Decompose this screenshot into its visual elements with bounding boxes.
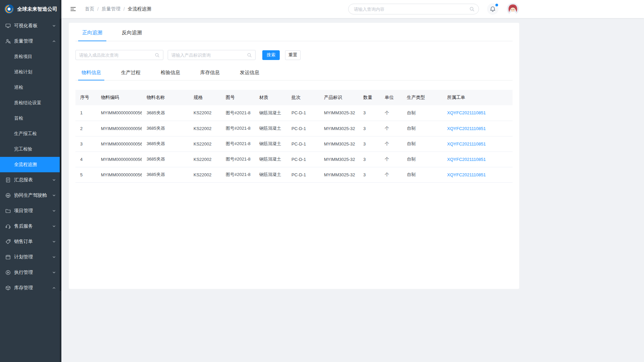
sidebar-item-inventory[interactable]: 库存管理 <box>0 280 60 296</box>
breadcrumb-item[interactable]: 首页 <box>85 6 94 12</box>
table-cell: 自制 <box>402 167 442 182</box>
sidebar-collapse-button[interactable] <box>69 5 77 13</box>
sidebar-item-projects[interactable]: 项目管理 <box>0 203 60 219</box>
table-cell: MYIMM000000000561 <box>96 167 142 182</box>
work-order-link[interactable]: XQYFC2021110851 <box>442 121 513 136</box>
batch-search-input[interactable] <box>79 53 155 58</box>
chevron-down-icon <box>52 255 56 259</box>
sidebar-subitem[interactable]: 巡检 <box>0 80 60 95</box>
work-order-link[interactable]: XQYFC2021110851 <box>442 105 513 121</box>
chevron-down-icon <box>52 24 56 27</box>
table-cell: 3 <box>75 136 96 152</box>
sidebar-item-label: 计划管理 <box>14 254 49 260</box>
table-cell: KS22002 <box>189 167 221 182</box>
table-cell: MYIMM000000000561 <box>96 152 142 167</box>
table-cell: KS22002 <box>189 121 221 136</box>
table-column-header: 生产类型 <box>402 90 442 105</box>
product-id-search-input[interactable] <box>171 53 247 58</box>
table-row: 5MYIMM0000000005613685夹器KS22002图号#2021-8… <box>75 167 513 182</box>
breadcrumb-separator: / <box>123 6 125 12</box>
trace-card: 正向追溯反向追溯 搜索 重置 <box>69 23 519 289</box>
table-cell: PC-D-1 <box>287 105 319 121</box>
table-cell: MYIMM3025-32 <box>319 167 359 182</box>
sidebar-subitem[interactable]: 生产报工检 <box>0 126 60 141</box>
breadcrumb-item: 全流程追溯 <box>128 6 151 12</box>
table-cell: 3 <box>359 152 380 167</box>
sidebar-item-dashboard[interactable]: 可视化看板 <box>0 18 60 34</box>
info-category-tab[interactable]: 生产过程 <box>118 69 144 80</box>
trace-direction-tab[interactable]: 反向追溯 <box>118 29 146 41</box>
sidebar-subitem[interactable]: 全流程追溯 <box>0 157 60 172</box>
table-cell: 自制 <box>402 136 442 152</box>
table-column-header: 产品标识 <box>319 90 359 105</box>
sidebar-subitem[interactable]: 巡检计划 <box>0 64 60 80</box>
search-button[interactable]: 搜索 <box>262 50 280 60</box>
sidebar-item-execution[interactable]: 执行管理 <box>0 265 60 280</box>
table-cell: MYIMM3025-32 <box>319 105 359 121</box>
work-order-link[interactable]: XQYFC2021110851 <box>442 167 513 182</box>
sidebar-scrollbar-thumb[interactable] <box>60 19 61 291</box>
user-avatar[interactable] <box>506 3 519 15</box>
breadcrumb-separator: / <box>97 6 99 12</box>
table-cell: 个 <box>380 167 402 182</box>
sidebar-item-sales[interactable]: 销售订单 <box>0 234 60 249</box>
work-order-link[interactable]: XQYFC2021110851 <box>442 136 513 152</box>
sidebar-subitem[interactable]: 质检项目 <box>0 49 60 64</box>
chevron-down-icon <box>52 194 56 197</box>
reset-button[interactable]: 重置 <box>285 50 301 60</box>
sidebar-item-reports[interactable]: 汇总报表 <box>0 172 60 188</box>
aftersales-icon <box>5 224 11 229</box>
table-column-header: 规格 <box>189 90 221 105</box>
notification-badge <box>495 4 498 6</box>
sidebar-item-quality[interactable]: 质量管理 <box>0 34 60 49</box>
info-category-tab[interactable]: 物料信息 <box>78 69 104 80</box>
plan-icon <box>5 254 11 260</box>
table-cell: 3685夹器 <box>142 167 189 182</box>
table-cell: KS22002 <box>189 136 221 152</box>
table-header-row: 序号物料编码物料名称规格图号材质批次产品标识数量单位生产类型所属工单 <box>75 90 513 105</box>
table-cell: MYIMM000000000561 <box>96 105 142 121</box>
table-column-header: 序号 <box>75 90 96 105</box>
table-cell: 钢筋混凝土 <box>255 136 287 152</box>
table-cell: 个 <box>380 121 402 136</box>
search-icon <box>155 53 160 58</box>
table-cell: 3685夹器 <box>142 152 189 167</box>
breadcrumb-item[interactable]: 质量管理 <box>102 6 120 12</box>
product-id-search-field[interactable] <box>168 50 256 60</box>
batch-search-field[interactable] <box>75 50 163 60</box>
info-category-tab[interactable]: 检验信息 <box>157 69 183 80</box>
sidebar-item-planning[interactable]: 计划管理 <box>0 249 60 265</box>
search-icon[interactable] <box>469 6 475 12</box>
info-category-tab[interactable]: 库存信息 <box>197 69 223 80</box>
sidebar-item-cockpit[interactable]: 协同生产驾驶舱 <box>0 188 60 203</box>
bell-icon <box>490 6 496 12</box>
table-cell: 2 <box>75 121 96 136</box>
work-order-link[interactable]: XQYFC2021110851 <box>442 152 513 167</box>
cockpit-icon <box>5 193 11 198</box>
sidebar-subitem[interactable]: 质检结论设置 <box>0 95 60 111</box>
header-search-input[interactable] <box>354 7 469 12</box>
chevron-down-icon <box>52 225 56 228</box>
table-cell: 3 <box>359 136 380 152</box>
table-cell: 图号#2021-8 <box>221 136 255 152</box>
table-cell: 自制 <box>402 121 442 136</box>
header-search[interactable] <box>348 4 479 14</box>
table-cell: 1 <box>75 105 96 121</box>
notification-bell[interactable] <box>487 3 498 15</box>
table-cell: 3685夹器 <box>142 136 189 152</box>
table-cell: 5 <box>75 167 96 182</box>
logo[interactable]: 全球未来智造公司 <box>0 0 61 18</box>
table-cell: PC-D-1 <box>287 121 319 136</box>
table-cell: 钢筋混凝土 <box>255 105 287 121</box>
sidebar-item-aftersales[interactable]: 售后服务 <box>0 219 60 234</box>
chevron-down-icon <box>52 209 56 213</box>
table-cell: 个 <box>380 105 402 121</box>
sidebar-subitem[interactable]: 首检 <box>0 111 60 126</box>
chevron-up-icon <box>52 286 56 290</box>
info-category-tab[interactable]: 发运信息 <box>236 69 263 80</box>
trace-direction-tab[interactable]: 正向追溯 <box>78 29 106 41</box>
company-logo-icon <box>4 4 14 14</box>
sidebar-subitem[interactable]: 完工检验 <box>0 141 60 157</box>
sidebar-item-label: 执行管理 <box>14 269 49 276</box>
table-cell: 个 <box>380 152 402 167</box>
